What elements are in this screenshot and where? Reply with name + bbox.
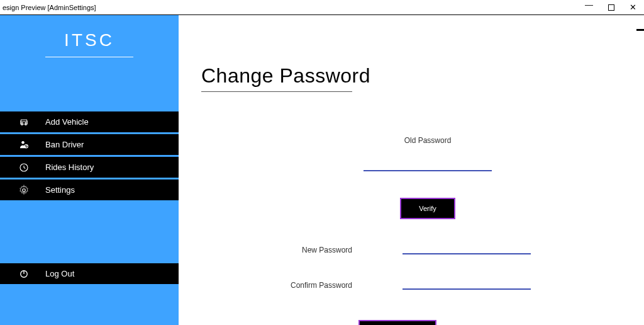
- close-icon[interactable]: ✕: [630, 3, 636, 12]
- content: Change Password Old Password Verify New …: [179, 15, 644, 325]
- confirm-password-input[interactable]: [402, 278, 531, 290]
- nav-label: Settings: [45, 185, 75, 195]
- svg-line-4: [25, 145, 28, 147]
- maximize-icon[interactable]: [608, 4, 614, 11]
- brand: ITSC: [0, 15, 179, 61]
- svg-point-2: [21, 141, 25, 144]
- svg-point-6: [23, 188, 26, 191]
- confirm-password-label: Confirm Password: [289, 281, 352, 290]
- brand-underline: [45, 57, 133, 57]
- change-password-form: Old Password Verify New Password Confirm…: [201, 136, 644, 325]
- old-password-input[interactable]: [364, 160, 492, 171]
- brand-text: ITSC: [0, 30, 179, 50]
- sidebar: ITSC Add Vehicle Ban Driver Ride: [0, 15, 179, 325]
- nav-label: Ban Driver: [45, 140, 84, 149]
- gear-icon: [18, 184, 30, 197]
- window-controls: — ✕: [585, 3, 641, 12]
- page-title: Change Password: [201, 64, 644, 88]
- car-icon: [18, 116, 30, 128]
- nav-add-vehicle[interactable]: Add Vehicle: [0, 111, 179, 132]
- nav-ban-driver[interactable]: Ban Driver: [0, 134, 179, 155]
- nav-label: Rides History: [45, 162, 94, 172]
- verify-button[interactable]: Verify: [400, 198, 455, 219]
- user-ban-icon: [18, 139, 30, 151]
- clock-icon: [18, 161, 30, 174]
- nav-label: Log Out: [45, 269, 74, 278]
- window-title: esign Preview [AdminSettings]: [3, 4, 96, 11]
- save-changes-button[interactable]: Save Changes: [358, 320, 436, 325]
- new-password-label: New Password: [289, 246, 352, 254]
- nav: Add Vehicle Ban Driver Rides History Set…: [0, 111, 179, 200]
- old-password-label: Old Password: [404, 136, 452, 145]
- nav-rides-history[interactable]: Rides History: [0, 157, 179, 178]
- page-title-underline: [201, 91, 352, 92]
- corner-dash-icon: [636, 29, 644, 31]
- titlebar: esign Preview [AdminSettings] — ✕: [0, 0, 644, 15]
- nav-settings[interactable]: Settings: [0, 180, 179, 200]
- nav-logout[interactable]: Log Out: [0, 263, 179, 284]
- minimize-icon[interactable]: —: [585, 0, 593, 9]
- svg-point-1: [25, 122, 26, 123]
- power-icon: [18, 268, 30, 280]
- svg-point-0: [21, 122, 23, 123]
- nav-label: Add Vehicle: [45, 117, 89, 127]
- new-password-input[interactable]: [402, 243, 531, 254]
